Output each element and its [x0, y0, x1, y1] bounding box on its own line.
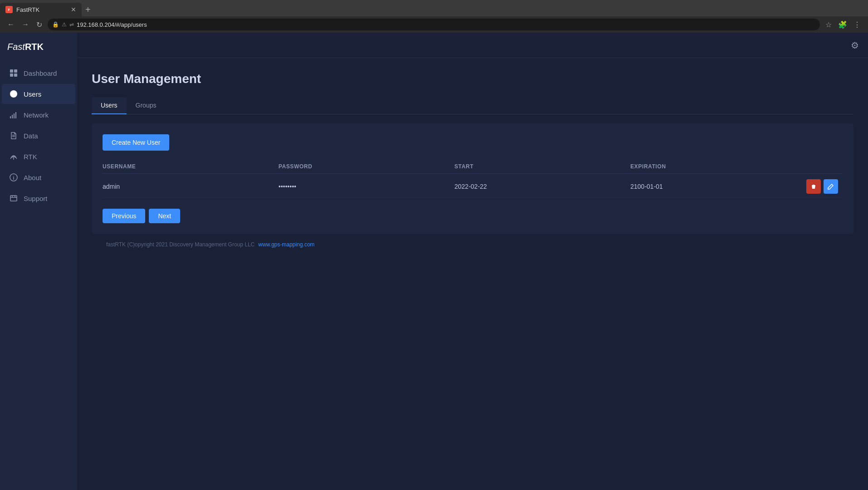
main-content: User Management Users Groups Create New …	[77, 58, 868, 490]
app-footer: fastRTK (C)opyright 2021 Discovery Manag…	[92, 234, 853, 255]
security-icon: 🔒	[52, 21, 59, 28]
svg-rect-6	[12, 115, 13, 118]
footer-link[interactable]: www.gps-mapping.com	[258, 241, 314, 248]
sidebar: FastRTK Dashboard Users Network	[0, 33, 77, 490]
sidebar-item-network-label: Network	[24, 111, 49, 119]
svg-rect-1	[14, 69, 17, 73]
cell-password: ••••••••	[279, 183, 455, 190]
svg-text:i: i	[13, 176, 15, 181]
tabs: Users Groups	[92, 97, 853, 114]
svg-rect-5	[10, 116, 11, 118]
col-start: START	[455, 163, 631, 170]
page-title: User Management	[92, 72, 853, 86]
logo-italic: Fast	[7, 42, 25, 52]
rtk-icon	[9, 152, 18, 161]
dashboard-icon	[9, 69, 18, 78]
sidebar-logo: FastRTK	[0, 33, 77, 61]
svg-rect-8	[15, 112, 16, 118]
cell-expiration: 2100-01-01	[630, 183, 806, 190]
svg-rect-7	[14, 113, 15, 118]
menu-button[interactable]: ⋮	[852, 19, 863, 31]
browser-tabs: F FastRTK ✕ +	[0, 0, 868, 16]
users-card: Create New User USERNAME PASSWORD START …	[92, 123, 853, 234]
logo-bold: RTK	[25, 42, 44, 52]
support-icon	[9, 194, 18, 203]
sidebar-item-about-label: About	[24, 174, 41, 181]
sidebar-item-about[interactable]: i About	[2, 167, 75, 187]
create-new-user-button[interactable]: Create New User	[103, 134, 169, 151]
users-table: USERNAME PASSWORD START EXPIRATION admin…	[103, 160, 843, 200]
network-icon	[9, 110, 18, 119]
connection-icon: ⇌	[69, 21, 74, 28]
table-header: USERNAME PASSWORD START EXPIRATION	[103, 160, 843, 174]
cell-username: admin	[103, 183, 279, 190]
svg-rect-2	[10, 74, 13, 77]
sidebar-item-network[interactable]: Network	[2, 105, 75, 125]
sidebar-item-dashboard-label: Dashboard	[24, 69, 57, 77]
data-icon	[9, 131, 18, 140]
pagination: Previous Next	[103, 209, 843, 223]
sidebar-item-support-label: Support	[24, 195, 48, 202]
cell-start: 2022-02-22	[455, 183, 631, 190]
browser-toolbar: ← → ↻ 🔒 ⚠ ⇌ 192.168.0.204/#/app/users ☆ …	[0, 16, 868, 33]
sidebar-item-data-label: Data	[24, 132, 38, 140]
browser-chrome: F FastRTK ✕ + ← → ↻ 🔒 ⚠ ⇌ 192.168.0.204/…	[0, 0, 868, 33]
sidebar-item-rtk[interactable]: RTK	[2, 147, 75, 167]
sidebar-item-users-label: Users	[24, 90, 41, 98]
sidebar-item-data[interactable]: Data	[2, 126, 75, 146]
previous-button[interactable]: Previous	[103, 209, 145, 223]
settings-icon[interactable]: ⚙	[851, 40, 859, 51]
sidebar-item-support[interactable]: Support	[2, 188, 75, 208]
col-password: PASSWORD	[279, 163, 455, 170]
cell-actions	[806, 179, 843, 194]
address-bar[interactable]: 🔒 ⚠ ⇌ 192.168.0.204/#/app/users	[48, 19, 820, 30]
svg-rect-0	[10, 69, 13, 73]
sidebar-item-dashboard[interactable]: Dashboard	[2, 63, 75, 83]
tab-close-button[interactable]: ✕	[71, 6, 76, 13]
sidebar-item-rtk-label: RTK	[24, 153, 37, 161]
sidebar-nav: Dashboard Users Network Data	[0, 61, 77, 490]
bookmark-button[interactable]: ☆	[824, 19, 834, 31]
users-icon	[9, 89, 18, 98]
next-button[interactable]: Next	[149, 209, 180, 223]
extensions-button[interactable]: 🧩	[836, 19, 849, 31]
delete-user-button[interactable]	[806, 179, 821, 194]
app-header: ⚙	[77, 33, 868, 58]
back-button[interactable]: ←	[5, 19, 16, 30]
footer-text: fastRTK (C)opyright 2021 Discovery Manag…	[106, 241, 255, 248]
new-tab-button[interactable]: +	[82, 3, 94, 16]
tab-favicon: F	[5, 6, 13, 13]
table-row: admin •••••••• 2022-02-22 2100-01-01	[103, 174, 843, 200]
info-icon: ⚠	[62, 21, 67, 28]
forward-button[interactable]: →	[20, 19, 31, 30]
edit-user-button[interactable]	[824, 179, 838, 194]
tab-groups[interactable]: Groups	[127, 97, 166, 114]
svg-rect-3	[14, 74, 17, 77]
tab-users[interactable]: Users	[92, 97, 127, 114]
svg-rect-13	[10, 196, 17, 201]
app-wrapper: FastRTK Dashboard Users Network	[0, 33, 868, 490]
svg-point-4	[10, 90, 17, 98]
browser-tab[interactable]: F FastRTK ✕	[0, 3, 82, 16]
about-icon: i	[9, 173, 18, 182]
toolbar-right: ☆ 🧩 ⋮	[824, 19, 863, 31]
address-text: 192.168.0.204/#/app/users	[77, 21, 147, 28]
col-actions	[806, 163, 843, 170]
sidebar-item-users[interactable]: Users	[2, 84, 75, 104]
reload-button[interactable]: ↻	[34, 19, 44, 31]
col-username: USERNAME	[103, 163, 279, 170]
col-expiration: EXPIRATION	[630, 163, 806, 170]
tab-title: FastRTK	[16, 6, 39, 13]
